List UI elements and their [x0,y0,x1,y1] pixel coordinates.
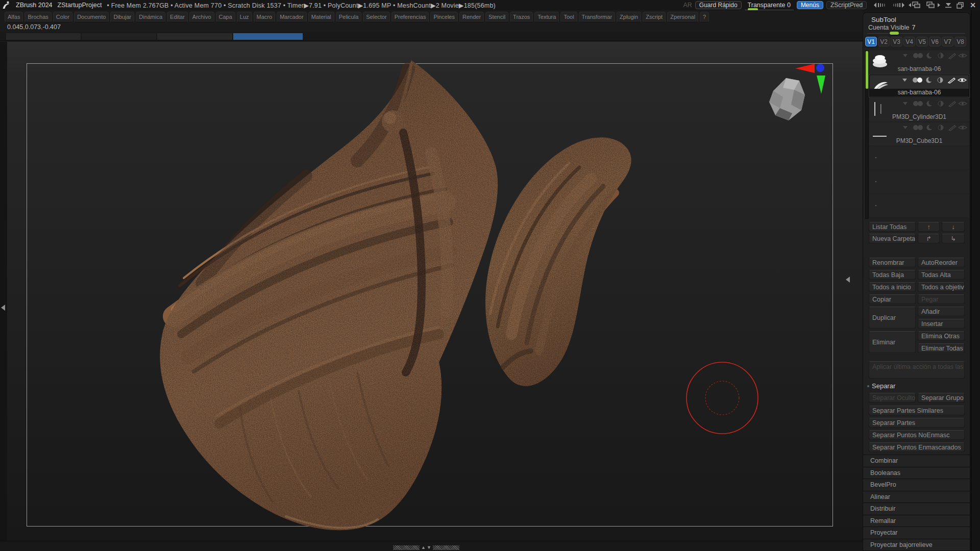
visible-count-slider-handle[interactable] [890,32,899,35]
menu-item-luz[interactable]: Luz [237,12,252,22]
shrink-tray-right-icon[interactable] [891,2,904,8]
shelf-segment-2[interactable] [82,33,156,40]
bottom-tray-handle[interactable]: ▲ ▼ [393,545,459,550]
subtool-scrollbar[interactable] [865,51,869,219]
visible-count-slider[interactable] [867,33,965,34]
eliminar-todas-button[interactable]: Eliminar Todas [918,343,965,353]
menu-item-zscript[interactable]: Zscript [643,12,666,22]
menu-item-archivo[interactable]: Archivo [189,12,214,22]
menu-item-capa[interactable]: Capa [216,12,235,22]
move-into-folder-button[interactable]: ↳ [942,234,965,243]
todas-baja-button[interactable]: Todas Baja [869,270,916,280]
quick-save-button[interactable]: Guard Rápido [695,1,742,9]
menu-item-zpersonal[interactable]: Zpersonal [667,12,698,22]
subtool-row[interactable]: PM3D_Cylinder3D1 [869,98,969,121]
subtool-row[interactable]: PM3D_Cube3D1 [869,122,969,145]
todos-a-inicio-button[interactable]: Todos a inicio [869,282,916,292]
menu-item-color[interactable]: Color [53,12,72,22]
section-row-combinar[interactable]: Combinar [863,455,970,467]
menu-item-material[interactable]: Material [308,12,334,22]
nueva-carpeta-button[interactable]: Nueva Carpeta [869,234,916,243]
separar-puntos-enmascarados-button[interactable]: Separar Puntos Enmascarados [869,442,965,452]
subtool-row-empty[interactable] [869,170,969,193]
camera-widget[interactable] [769,78,805,120]
subtool-row-empty[interactable] [869,194,969,217]
version-button-v1[interactable]: V1 [865,37,877,46]
right-tray-toggle-icon[interactable] [846,277,850,283]
move-out-folder-button[interactable]: ↱ [918,234,940,243]
shelf-segment-1[interactable] [6,33,81,40]
autoreorder-button[interactable]: AutoReorder [918,258,965,267]
copiar-button[interactable]: Copiar [869,294,916,304]
aplicar-ultima-accion-button[interactable]: Aplicar última acción a todas las h [869,361,965,379]
shelf-segment-3[interactable] [157,33,232,40]
section-row-alinear[interactable]: Alinear [863,491,970,503]
subtool-title[interactable]: SubTool [871,16,896,23]
menu-item-preferencias[interactable]: Preferencias [391,12,429,22]
tray-handle-hatch-right[interactable] [433,545,459,550]
subtool-row-selected[interactable]: san-barnaba-06 [869,74,969,97]
subtool-scrollbar-thumb[interactable] [866,51,868,89]
menu-item-editar[interactable]: Editar [167,12,188,22]
move-palette-left-icon[interactable] [909,2,922,9]
listar-todas-button[interactable]: Listar Todas [869,222,916,232]
menu-item-stencil[interactable]: Stencil [485,12,508,22]
separar-partes-button[interactable]: Separar Partes [869,418,965,428]
shelf-segment-active[interactable] [233,33,303,40]
menu-item-brochas[interactable]: Brochas [24,12,51,22]
menu-item-pinceles[interactable]: Pinceles [430,12,458,22]
version-button-v3[interactable]: V3 [891,37,902,46]
menu-item-item-26[interactable]: ? [700,12,709,22]
menu-item-transformar[interactable]: Transformar [579,12,616,22]
separar-oculto-button[interactable]: Separar Oculto [869,393,916,403]
version-button-v4[interactable]: V4 [903,37,915,46]
elimina-otras-button[interactable]: Elimina Otras [918,331,965,341]
todos-a-objetivo-button[interactable]: Todos a objetivo [918,282,965,292]
section-row-distribuir[interactable]: Distribuir [863,503,970,515]
separar-grupo-button[interactable]: Separar Grupo [918,393,965,403]
transparent-slider[interactable]: Transparente 0 [745,0,794,10]
menu-item-din-mica[interactable]: Dinámica [136,12,165,22]
separar-partes-similares-button[interactable]: Separar Partes Similares [869,406,965,415]
menu-item-pelicula[interactable]: Pelicula [336,12,362,22]
eliminar-button[interactable]: Eliminar [869,331,916,353]
section-row-bevelpro[interactable]: BevelPro [863,479,970,491]
close-icon[interactable]: ✕ [968,1,978,9]
version-button-v8[interactable]: V8 [954,37,966,46]
menu-item-marcador[interactable]: Marcador [277,12,306,22]
menu-item-textura[interactable]: Textura [534,12,559,22]
insertar-button[interactable]: Insertar [918,319,965,329]
menu-item-dibujar[interactable]: Dibujar [110,12,134,22]
minimize-icon[interactable] [944,2,952,8]
duplicar-button[interactable]: Duplicar [869,307,916,329]
move-up-button[interactable]: ↑ [918,222,940,232]
document-canvas[interactable] [7,42,864,541]
renombrar-button[interactable]: Renombrar [869,258,916,267]
menu-item-alfas[interactable]: Alfas [5,12,23,22]
right-scroll-strip[interactable] [971,10,980,551]
menu-item-tool[interactable]: Tool [560,12,577,22]
anadir-button[interactable]: Añadir [918,307,965,316]
move-palette-right-icon[interactable] [926,2,940,9]
menu-item-render[interactable]: Render [459,12,484,22]
section-row-proyectar-bajorrelieve[interactable]: Proyectar bajorrelieve [863,539,970,551]
move-down-button[interactable]: ↓ [942,222,965,232]
section-row-proyectar[interactable]: Proyectar [863,527,970,539]
version-button-v7[interactable]: V7 [942,37,953,46]
tray-expand-icon[interactable]: ▲ [421,545,426,550]
section-row-remallar[interactable]: Remallar [863,515,970,527]
menus-toggle-button[interactable]: Menús [797,1,823,9]
section-row-booleanas[interactable]: Booleanas [863,467,970,479]
restore-window-icon[interactable] [957,2,964,9]
menu-item-macro[interactable]: Macro [254,12,276,22]
version-button-v6[interactable]: V6 [929,37,941,46]
version-button-v2[interactable]: V2 [878,37,890,46]
zscriptpred-button[interactable]: ZScriptPred [826,1,867,9]
separar-puntos-noenmasc-button[interactable]: Separar Puntos NoEnmasc [869,430,965,440]
version-button-v5[interactable]: V5 [916,37,928,46]
menu-item-trazos[interactable]: Trazos [510,12,533,22]
tray-collapse-icon[interactable]: ▼ [427,545,431,550]
shrink-tray-left-icon[interactable] [874,2,887,8]
todas-alta-button[interactable]: Todas Alta [918,270,965,280]
tray-handle-hatch-left[interactable] [393,545,420,550]
